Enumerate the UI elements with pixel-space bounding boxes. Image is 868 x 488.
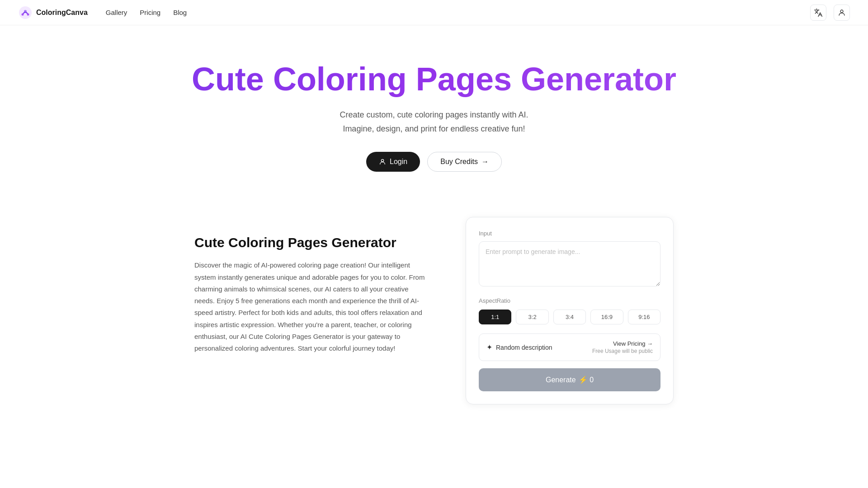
hero-subtitle-line2: Imagine, design, and print for endless c…	[343, 124, 525, 133]
aspect-btn-1-1[interactable]: 1:1	[479, 310, 511, 324]
aspect-btn-3-4[interactable]: 3:4	[553, 310, 586, 324]
logo-icon	[18, 5, 33, 20]
navbar-left: ColoringCanva Gallery Pricing Blog	[18, 5, 187, 20]
hero-title: Cute Coloring Pages Generator	[18, 61, 850, 97]
svg-point-3	[27, 13, 29, 15]
nav-item-gallery[interactable]: Gallery	[106, 9, 127, 17]
free-usage-text: Free Usage will be public	[592, 348, 653, 354]
random-description-label: Random description	[496, 344, 552, 351]
svg-point-4	[840, 10, 843, 13]
aspect-btn-3-2[interactable]: 3:2	[516, 310, 548, 324]
card-actions-row: ✦ Random description View Pricing → Free…	[479, 333, 660, 361]
input-label: Input	[479, 230, 660, 237]
hero-section: Cute Coloring Pages Generator Create cus…	[0, 25, 868, 199]
hero-subtitle: Create custom, cute coloring pages insta…	[18, 108, 850, 136]
translate-icon	[814, 8, 823, 17]
svg-point-2	[22, 13, 24, 15]
generate-label: Generate	[546, 376, 576, 384]
nav-item-pricing[interactable]: Pricing	[140, 9, 160, 17]
user-icon	[838, 9, 846, 17]
hero-subtitle-line1: Create custom, cute coloring pages insta…	[340, 110, 528, 119]
buy-credits-button[interactable]: Buy Credits →	[427, 152, 502, 172]
nav-item-blog[interactable]: Blog	[173, 9, 187, 17]
left-panel-description: Discover the magic of AI-powered colorin…	[194, 259, 429, 354]
left-panel: Cute Coloring Pages Generator Discover t…	[194, 217, 429, 354]
logo-text: ColoringCanva	[36, 9, 88, 17]
navbar: ColoringCanva Gallery Pricing Blog	[0, 0, 868, 25]
navbar-right	[810, 5, 850, 21]
svg-point-5	[381, 160, 383, 162]
user-button[interactable]	[834, 5, 850, 21]
generate-button[interactable]: Generate ⚡ 0	[479, 368, 660, 391]
generator-card: Input AspectRatio 1:1 3:2 3:4 16:9 9:16 …	[466, 217, 674, 404]
nav-links: Gallery Pricing Blog	[106, 9, 187, 17]
aspect-btn-16-9[interactable]: 16:9	[590, 310, 623, 324]
pricing-link-area: View Pricing → Free Usage will be public	[592, 340, 653, 354]
hero-buttons: Login Buy Credits →	[18, 152, 850, 172]
view-pricing-link[interactable]: View Pricing →	[592, 340, 653, 347]
main-content: Cute Coloring Pages Generator Discover t…	[0, 199, 868, 441]
aspect-btn-9-16[interactable]: 9:16	[628, 310, 660, 324]
random-description-button[interactable]: ✦ Random description	[486, 343, 552, 352]
prompt-input[interactable]	[479, 241, 660, 286]
translate-button[interactable]	[810, 5, 826, 21]
aspect-ratio-label: AspectRatio	[479, 297, 660, 304]
svg-point-1	[24, 10, 27, 13]
login-button[interactable]: Login	[366, 152, 420, 172]
logo-link[interactable]: ColoringCanva	[18, 5, 88, 20]
login-user-icon	[379, 158, 386, 165]
random-icon: ✦	[486, 343, 492, 352]
aspect-ratio-options: 1:1 3:2 3:4 16:9 9:16	[479, 310, 660, 324]
generate-cost: ⚡ 0	[579, 375, 594, 384]
left-panel-title: Cute Coloring Pages Generator	[194, 235, 429, 250]
